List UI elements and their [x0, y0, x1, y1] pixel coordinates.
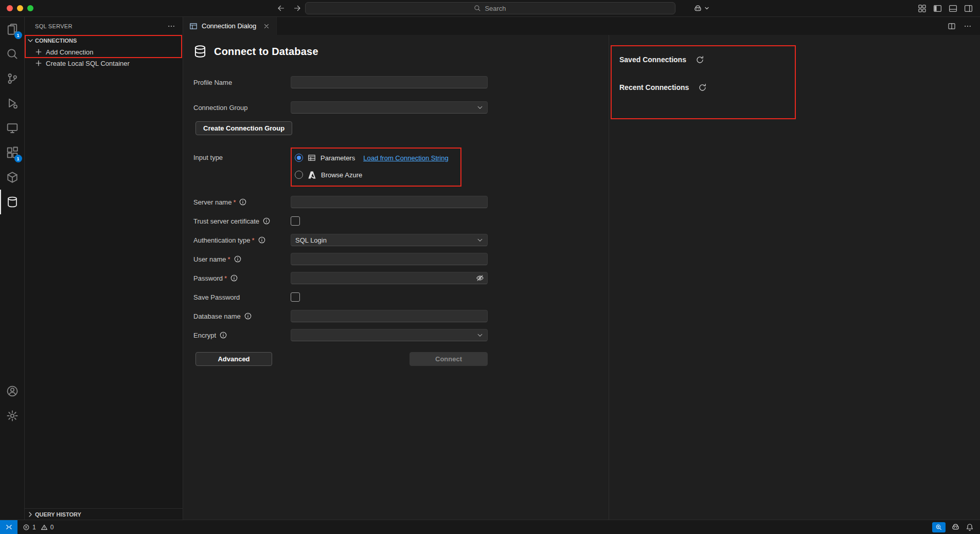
titlebar: Search [0, 0, 980, 17]
split-editor-icon[interactable] [948, 22, 956, 30]
create-local-sql-container-item[interactable]: Create Local SQL Container [25, 58, 183, 69]
database-name-input[interactable] [291, 310, 488, 322]
back-arrow-icon[interactable] [277, 4, 285, 12]
create-connection-group-button[interactable]: Create Connection Group [195, 121, 292, 135]
trust-certificate-label: Trust server certificate [193, 217, 291, 225]
problems-indicator[interactable]: 1 0 [23, 524, 54, 531]
notifications-bell-icon[interactable] [966, 523, 974, 531]
connections-section-header[interactable]: CONNECTIONS [25, 35, 183, 46]
info-icon[interactable] [263, 217, 270, 225]
containers-icon[interactable] [0, 165, 25, 190]
trust-certificate-checkbox[interactable] [291, 216, 300, 226]
save-password-checkbox[interactable] [291, 292, 300, 302]
connections-side-panel: Saved Connections Recent Connections [609, 35, 980, 520]
source-control-icon[interactable] [0, 66, 25, 91]
account-icon[interactable] [0, 379, 25, 403]
workbench: 1 1 S [0, 17, 980, 520]
toggle-primary-sidebar-icon[interactable] [933, 4, 942, 13]
chevron-down-icon [476, 332, 484, 339]
eye-off-icon[interactable] [476, 274, 484, 282]
query-history-section-header[interactable]: QUERY HISTORY [25, 508, 183, 520]
user-name-input[interactable] [291, 253, 488, 265]
connection-group-row: Connection Group [193, 101, 609, 114]
parameters-option-row: Parameters Load from Connection String [295, 154, 488, 162]
connection-group-dropdown[interactable] [291, 101, 488, 114]
activity-bar: 1 1 [0, 17, 25, 520]
authentication-type-row: Authentication type* SQL Login [193, 234, 609, 246]
chevron-down-icon [26, 36, 34, 45]
tab-label: Connection Dialog [202, 22, 256, 30]
toggle-secondary-sidebar-icon[interactable] [964, 4, 973, 13]
add-connection-item[interactable]: Add Connection [25, 46, 183, 58]
refresh-icon[interactable] [698, 83, 707, 92]
copilot-status-icon[interactable] [951, 523, 960, 531]
parameters-radio[interactable] [295, 154, 303, 162]
profile-name-label: Profile Name [193, 79, 291, 86]
forward-arrow-icon[interactable] [293, 4, 301, 12]
load-connection-string-link[interactable]: Load from Connection String [363, 154, 448, 162]
advanced-button[interactable]: Advanced [195, 352, 272, 366]
authentication-type-value: SQL Login [295, 236, 327, 244]
authentication-type-label: Authentication type* [193, 236, 291, 244]
encrypt-label: Encrypt [193, 332, 291, 339]
editor-actions [948, 17, 980, 35]
search-icon[interactable] [0, 42, 25, 66]
remote-indicator[interactable] [0, 520, 17, 534]
password-input[interactable] [291, 272, 488, 284]
azure-icon [308, 171, 316, 179]
sidebar-title: SQL SERVER [35, 23, 73, 29]
copilot-menu[interactable] [693, 4, 709, 13]
connection-form: Connect to Database Profile Name Connect… [183, 35, 609, 520]
profile-name-input[interactable] [291, 76, 488, 88]
info-icon[interactable] [239, 198, 246, 206]
zoom-window-button[interactable] [27, 5, 33, 11]
server-name-input[interactable] [291, 196, 488, 208]
close-window-button[interactable] [7, 5, 13, 11]
password-row: Password* [193, 272, 609, 284]
remote-explorer-icon[interactable] [0, 116, 25, 140]
database-icon [193, 44, 207, 59]
refresh-icon[interactable] [696, 56, 704, 64]
status-bar-right [932, 522, 980, 532]
settings-gear-icon[interactable] [0, 403, 25, 428]
encrypt-dropdown[interactable] [291, 329, 488, 341]
add-connection-label: Add Connection [46, 48, 94, 56]
more-actions-icon[interactable] [167, 22, 175, 30]
dialog-heading: Connect to Database [193, 44, 609, 59]
layout-controls [918, 4, 973, 13]
toggle-panel-icon[interactable] [949, 4, 957, 13]
warning-icon [41, 524, 48, 531]
search-icon [474, 5, 481, 12]
saved-connections-header: Saved Connections [619, 56, 686, 64]
info-icon[interactable] [244, 312, 252, 320]
authentication-type-dropdown[interactable]: SQL Login [291, 234, 488, 246]
chevron-down-icon [476, 104, 484, 111]
sql-server-database-icon[interactable] [0, 190, 25, 214]
explorer-icon[interactable]: 1 [0, 17, 25, 42]
dialog-title: Connect to Database [214, 46, 318, 58]
info-icon[interactable] [230, 274, 238, 282]
connect-button[interactable]: Connect [409, 352, 488, 366]
tab-connection-dialog[interactable]: Connection Dialog [183, 17, 277, 35]
extensions-icon[interactable]: 1 [0, 140, 25, 165]
close-tab-icon[interactable] [263, 23, 270, 30]
info-icon[interactable] [220, 332, 227, 339]
warning-count: 0 [50, 524, 54, 531]
info-icon[interactable] [258, 236, 265, 244]
browse-azure-radio[interactable] [295, 171, 303, 179]
saved-connections-row: Saved Connections [619, 53, 980, 66]
info-icon[interactable] [234, 255, 241, 263]
minimize-window-button[interactable] [17, 5, 23, 11]
editor-group: Connection Dialog [183, 17, 980, 520]
explorer-badge: 1 [14, 31, 22, 39]
zoom-status-item[interactable] [932, 522, 946, 532]
run-debug-icon[interactable] [0, 91, 25, 116]
traffic-lights [7, 5, 33, 11]
customize-layout-icon[interactable] [918, 4, 926, 13]
create-local-sql-container-label: Create Local SQL Container [46, 60, 130, 67]
more-actions-icon[interactable] [964, 22, 972, 30]
command-search-box[interactable]: Search [305, 2, 675, 14]
error-count: 1 [32, 524, 36, 531]
input-type-radio-group: Parameters Load from Connection String B… [291, 154, 488, 179]
save-password-row: Save Password [193, 291, 609, 303]
